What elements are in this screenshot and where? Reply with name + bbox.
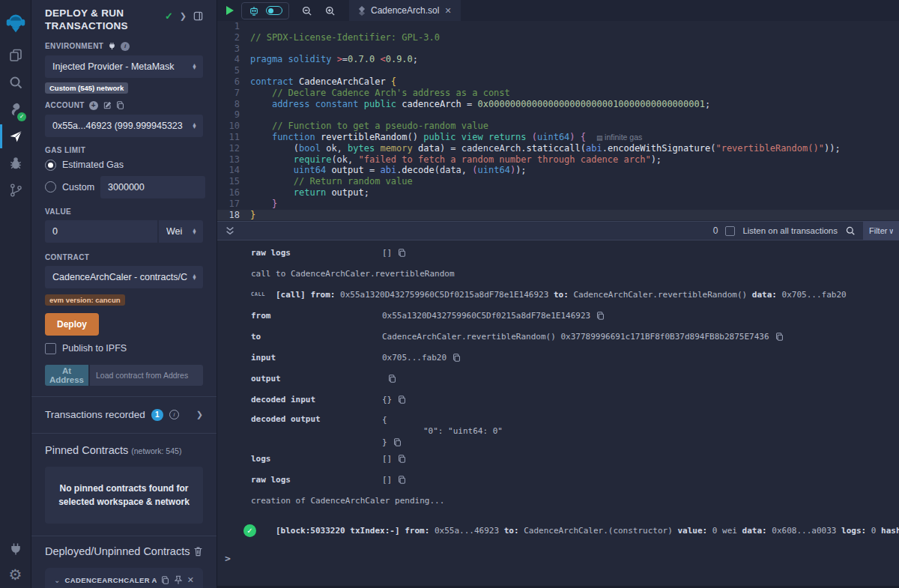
copilot-toggle[interactable] — [266, 6, 282, 15]
add-account-icon[interactable]: + — [89, 101, 98, 110]
transactions-recorded-label: Transactions recorded — [45, 409, 145, 420]
deploy-run-icon — [8, 129, 23, 144]
trash-icon[interactable] — [193, 546, 203, 557]
terminal-toolbar: 0 Listen on all transactions — [217, 221, 899, 240]
terminal-filter-input[interactable] — [863, 221, 899, 240]
no-pinned-contracts-message: No pinned contracts found for selected w… — [45, 467, 203, 524]
chevron-updown-icon: ▲▼ — [187, 228, 197, 234]
estimated-gas-radio[interactable] — [45, 160, 56, 171]
publish-ipfs-row[interactable]: Publish to IPFS — [45, 343, 203, 354]
environment-select[interactable]: Injected Provider - MetaMask ▲▼ — [45, 55, 203, 78]
terminal-value: [] — [382, 248, 392, 258]
collapse-terminal-icon[interactable] — [225, 225, 235, 236]
contract-label: CONTRACT — [45, 253, 203, 261]
line-number: 11 — [217, 132, 250, 143]
environment-info-icon[interactable]: i — [121, 42, 130, 51]
close-icon[interactable]: ✕ — [187, 575, 194, 585]
terminal-key: logs — [251, 454, 382, 464]
listen-all-checkbox[interactable] — [725, 226, 735, 236]
compile-success-badge: ✓ — [17, 112, 26, 121]
sidebar-item-solidity-compiler[interactable]: ✓ — [0, 96, 31, 123]
terminal-prompt[interactable]: > — [217, 553, 899, 564]
terminal-tx-count: 0 — [713, 225, 718, 236]
sidebar-item-debugger[interactable] — [0, 150, 31, 177]
terminal-search-icon[interactable] — [845, 225, 856, 236]
copy-icon[interactable] — [398, 249, 406, 257]
tab-cadencearch-sol[interactable]: CadenceArch.sol ✕ — [349, 0, 461, 21]
code-editor[interactable]: 12// SPDX-License-Identifier: GPL-3.034p… — [217, 21, 899, 221]
sidebar-item-deploy-run[interactable] — [0, 123, 31, 150]
run-script-play-icon[interactable] — [226, 6, 234, 15]
copy-icon[interactable] — [596, 312, 605, 320]
publish-ipfs-checkbox[interactable] — [45, 343, 56, 354]
publish-ipfs-label: Publish to IPFS — [62, 343, 127, 354]
terminal-key: from — [251, 311, 382, 321]
edit-account-icon[interactable] — [103, 101, 112, 110]
copy-account-icon[interactable] — [116, 101, 124, 109]
line-content: require(ok, "failed to fetch a random nu… — [250, 154, 662, 166]
line-content: address constant public cadenceArch = 0x… — [250, 99, 710, 110]
terminal-entry-kv: logs[] — [217, 448, 899, 469]
line-number: 1 — [217, 21, 250, 32]
sidebar-item-search[interactable] — [0, 69, 31, 96]
copy-icon[interactable] — [398, 476, 406, 484]
copy-icon[interactable] — [398, 455, 406, 463]
copy-icon[interactable] — [452, 354, 461, 362]
line-content: function revertibleRandom() public view … — [250, 132, 642, 143]
copy-icon[interactable] — [775, 333, 784, 341]
pin-icon[interactable] — [174, 575, 183, 585]
tab-close-icon[interactable]: ✕ — [444, 6, 451, 16]
tx-success-icon: ✓ — [243, 524, 256, 537]
pinned-contracts-title: Pinned Contracts (network: 545) — [45, 444, 203, 456]
sidebar-item-settings[interactable]: ⚙ — [0, 563, 31, 587]
line-number: 12 — [217, 143, 250, 154]
estimated-gas-label: Estimated Gas — [62, 160, 124, 170]
custom-gas-input[interactable] — [100, 176, 205, 198]
custom-gas-radio[interactable] — [45, 181, 56, 193]
at-address-button[interactable]: At Address — [45, 365, 88, 386]
estimated-gas-option[interactable]: Estimated Gas — [45, 160, 203, 171]
zoom-in-button[interactable] — [318, 5, 342, 16]
account-select[interactable]: 0x55a...46923 (999.999945323 ▲▼ — [45, 115, 203, 137]
terminal-entry-text: creation of CadenceArchCaler pending... — [217, 490, 899, 511]
solidity-file-icon — [358, 6, 366, 16]
transactions-recorded-row[interactable]: Transactions recorded 1 i ❯ — [31, 397, 217, 433]
pin-panel-icon[interactable] — [193, 11, 203, 21]
contract-select[interactable]: CadenceArchCaler - contracts/Cac ▲▼ — [45, 266, 203, 288]
copy-icon[interactable] — [398, 395, 406, 404]
terminal-entry-kv: output — [217, 368, 899, 389]
panel-forward-icon[interactable]: ❯ — [180, 11, 187, 21]
copy-icon[interactable] — [388, 375, 396, 383]
custom-gas-option[interactable]: Custom — [45, 176, 203, 198]
main-area: CadenceArch.sol ✕ 12// SPDX-License-Iden… — [217, 0, 899, 588]
remix-ai-robot-icon[interactable] — [248, 5, 260, 16]
deployed-contracts-title: Deployed/Unpinned Contracts — [45, 545, 190, 557]
transactions-info-icon[interactable]: i — [169, 410, 179, 419]
line-number: 6 — [217, 76, 250, 88]
environment-plug-icon — [108, 42, 116, 50]
copy-address-icon[interactable] — [161, 576, 169, 584]
line-content: uint64 output = abi.decode(data, (uint64… — [250, 165, 527, 176]
terminal-key: decoded output — [251, 414, 382, 424]
sidebar-item-git[interactable] — [0, 177, 31, 204]
terminal-panel[interactable]: raw logs[]call to CadenceArchCaler.rever… — [217, 240, 899, 588]
collapse-chevron-icon[interactable]: ⌄ — [54, 576, 60, 584]
line-content: (bool ok, bytes memory data) = cadenceAr… — [250, 143, 841, 154]
value-input[interactable] — [45, 220, 157, 243]
copy-icon[interactable] — [393, 438, 402, 446]
line-content: // Declare Cadence Arch's address as a c… — [250, 88, 510, 99]
zoom-out-button[interactable] — [295, 5, 318, 16]
terminal-entry-block: ✓[block:5033220 txIndex:-] from: 0x55a..… — [217, 520, 899, 541]
deployed-contract-name[interactable]: CADENCEARCHCALER AT 0X — [64, 576, 156, 584]
sidebar-item-file-explorer[interactable] — [0, 42, 31, 69]
terminal-entry-kv: raw logs[] — [217, 242, 899, 263]
sidebar-item-plugin-manager[interactable] — [0, 536, 31, 563]
chevron-right-icon[interactable]: ❯ — [196, 410, 203, 419]
line-content: // Function to get a pseudo-random value — [250, 121, 488, 132]
value-unit-select[interactable]: Wei ▲▼ — [159, 220, 203, 243]
remix-logo[interactable] — [0, 3, 31, 42]
at-address-input[interactable] — [90, 365, 203, 386]
code-line: 11 function revertibleRandom() public vi… — [217, 132, 899, 143]
evm-version-badge: evm version: cancun — [45, 294, 125, 306]
deploy-button[interactable]: Deploy — [45, 313, 99, 336]
